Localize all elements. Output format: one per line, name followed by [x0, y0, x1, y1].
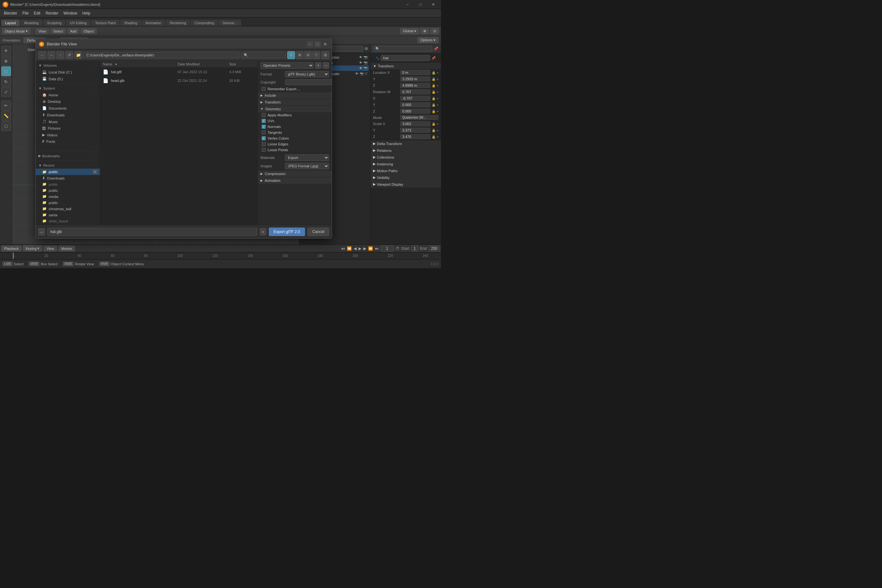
object-menu[interactable]: Object	[81, 28, 97, 34]
fd-path-input[interactable]	[84, 52, 240, 58]
rotation-y-val[interactable]: 0.000	[400, 102, 430, 107]
fd-filelist-header[interactable]: Name ▼ Date Modified Size	[100, 61, 258, 68]
scale-z-val[interactable]: 3.476	[400, 134, 430, 139]
prev-key-icon[interactable]: ⏪	[347, 246, 352, 251]
tab-sculpting[interactable]: Sculpting	[43, 20, 66, 26]
tab-rendering[interactable]: Rendering	[166, 20, 190, 26]
scale-x-dot[interactable]: ●	[437, 123, 438, 125]
fd-images-select[interactable]: JPEG Format (.jpg)	[285, 163, 329, 169]
fd-recent-santa[interactable]: 📁 santa	[36, 212, 100, 218]
fd-search-input[interactable]	[241, 52, 286, 58]
fd-up-btn[interactable]: ↑	[56, 51, 64, 59]
fd-recent-public-4[interactable]: 📁 public	[36, 200, 100, 206]
fd-remember-checkbox[interactable]	[262, 87, 266, 91]
tab-modeling[interactable]: Modeling	[20, 20, 42, 26]
fd-fonts[interactable]: F Fonts	[36, 138, 100, 145]
marker-menu[interactable]: Marker	[58, 246, 75, 252]
cursor-tool[interactable]: ✛	[1, 46, 11, 56]
menu-blender[interactable]: Blender	[1, 10, 20, 16]
rotation-z-val[interactable]: 0.000	[400, 109, 430, 114]
fd-geometry-section[interactable]: ▼ Geometry	[258, 105, 332, 112]
fd-operator-presets-select[interactable]: Operator Presets	[261, 62, 314, 69]
fd-uvs-checkbox[interactable]: ✓	[262, 119, 266, 123]
scale-y-dot[interactable]: ●	[437, 129, 438, 132]
fd-export-btn[interactable]: Export glTF 2.0	[269, 228, 305, 236]
fd-cancel-btn[interactable]: Cancel	[308, 228, 329, 236]
loc-y-lock-icon[interactable]: 🔒	[432, 77, 435, 81]
fd-data-d[interactable]: 💾 Data (D:)	[36, 75, 100, 82]
fd-settings-btn[interactable]: ⚙	[321, 51, 329, 59]
fd-forward-btn[interactable]: →	[47, 51, 55, 59]
fd-documents[interactable]: 📄 Documents	[36, 105, 100, 111]
rotation-x-val[interactable]: -0.707	[400, 96, 430, 101]
play-icon[interactable]: ▶	[358, 246, 362, 251]
fd-volumes-section[interactable]: ▼ Volumes ⋯	[36, 62, 100, 69]
props-search-input[interactable]	[373, 46, 432, 52]
loc-x-dot[interactable]: ●	[437, 71, 438, 74]
playback-menu[interactable]: Playback	[1, 246, 22, 252]
mode-val[interactable]: Quaternion (W...	[400, 115, 438, 120]
loc-z-dot[interactable]: ●	[437, 84, 438, 87]
fd-file-head-glb[interactable]: 📄 head.glb 22 Oct 2021 22:14 20 KiB	[100, 76, 258, 85]
delta-transform-header[interactable]: ▶ Delta Transform	[370, 140, 441, 147]
occ-filter-icon[interactable]: ▽	[365, 72, 368, 75]
move-tool[interactable]: ⊕	[1, 56, 11, 66]
fd-system-section[interactable]: ▼ System ⋯	[36, 85, 100, 92]
next-key-icon[interactable]: ⏩	[368, 246, 373, 251]
fd-apply-modifiers-checkbox[interactable]	[262, 113, 266, 117]
fd-size-col-header[interactable]: Size	[229, 62, 255, 66]
viewport-display-header[interactable]: ▶ Viewport Display	[370, 181, 441, 188]
scale-z-dot[interactable]: ●	[437, 135, 438, 138]
next-frame-icon[interactable]: ▶	[363, 246, 366, 251]
fd-normals-checkbox[interactable]: ✓	[262, 125, 266, 129]
fd-close-btn[interactable]: ✕	[322, 41, 328, 47]
close-button[interactable]: ✕	[427, 0, 440, 9]
fd-system-menu-icon[interactable]: ⋯	[94, 87, 98, 90]
timeline-track[interactable]: 1 20 40 60 80 100 120 140 160 180 200 22…	[0, 252, 441, 259]
fd-desktop[interactable]: 🖥 Desktop	[36, 98, 100, 105]
rot-w-dot[interactable]: ●	[437, 91, 438, 93]
rot-z-lock-icon[interactable]: 🔒	[432, 110, 435, 113]
fd-bookmark-btn[interactable]: 📁	[75, 51, 82, 59]
fd-bookmarks-menu-icon[interactable]: ⋯	[94, 154, 98, 158]
props-pin-icon[interactable]: 📌	[434, 46, 438, 51]
fd-refresh-btn[interactable]: ↺	[66, 51, 73, 59]
fd-bookmarks-section[interactable]: ▶ Bookmarks ⋯	[36, 153, 100, 159]
options-btn[interactable]: Options ▾	[417, 37, 438, 43]
fd-recent-public-2[interactable]: 📁 public	[36, 181, 100, 187]
fd-filename-input[interactable]	[47, 228, 257, 236]
loc-y-dot[interactable]: ●	[437, 78, 438, 81]
location-x-val[interactable]: 0 m	[400, 70, 430, 75]
end-frame-input[interactable]: 250	[429, 246, 440, 252]
fd-loose-edges-checkbox[interactable]	[262, 142, 266, 146]
scale-tool[interactable]: ⤢	[1, 87, 11, 97]
start-frame-input[interactable]: 1	[411, 246, 418, 252]
fd-recent-christmas-ball[interactable]: 📁 christmas_ball	[36, 206, 100, 212]
tab-texture-paint[interactable]: Texture Paint	[91, 20, 120, 26]
menu-file[interactable]: File	[20, 10, 31, 16]
rot-y-lock-icon[interactable]: 🔒	[432, 103, 435, 107]
global-transform[interactable]: Global ▾	[400, 28, 419, 34]
tab-uv-editing[interactable]: UV Editing	[66, 20, 91, 26]
fd-tangents-checkbox[interactable]	[262, 130, 266, 134]
scale-x-lock-icon[interactable]: 🔒	[432, 122, 435, 126]
tab-animation[interactable]: Animation	[142, 20, 165, 26]
rotation-w-val[interactable]: 0.707	[400, 89, 430, 94]
play-end-icon[interactable]: ⏭	[375, 246, 379, 251]
add-primitive-tool[interactable]: ⬡	[1, 121, 11, 131]
proportional-btn[interactable]: ⊙	[430, 28, 439, 34]
fd-pictures[interactable]: 🖼 Pictures	[36, 125, 100, 132]
headtrack-visibility-icon[interactable]: 👁	[359, 61, 362, 64]
collections-header[interactable]: ▶ Collections	[370, 154, 441, 160]
fd-date-col-header[interactable]: Date Modified	[178, 62, 229, 66]
menu-edit[interactable]: Edit	[31, 10, 43, 16]
keying-menu[interactable]: Keying ▾	[23, 245, 42, 252]
location-y-val[interactable]: 3.2933 m	[400, 76, 430, 81]
menu-window[interactable]: Window	[61, 10, 80, 16]
current-frame-display[interactable]: 1	[381, 246, 394, 252]
snap-btn[interactable]: ⊕	[420, 28, 429, 34]
select-tool[interactable]: ◻	[1, 66, 11, 76]
scale-y-lock-icon[interactable]: 🔒	[432, 129, 435, 132]
fd-filter-btn[interactable]: ▽	[312, 51, 320, 59]
fd-recent-media[interactable]: 📁 media	[36, 194, 100, 200]
